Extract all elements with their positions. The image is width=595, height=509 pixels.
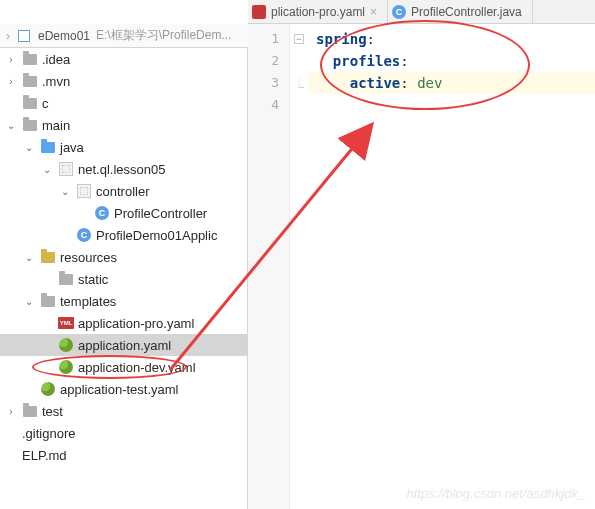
folder-icon xyxy=(23,98,37,109)
folder-icon xyxy=(23,54,37,65)
line-number: 3 xyxy=(248,72,279,94)
tree-label: test xyxy=(42,404,63,419)
chevron-right-icon: › xyxy=(6,29,10,43)
tree-label: c xyxy=(42,96,49,111)
package-icon xyxy=(77,184,91,198)
tree-label: ELP.md xyxy=(22,448,67,463)
editor-tabs: plication-pro.yaml × C ProfileController… xyxy=(248,0,595,24)
tab-label: ProfileController.java xyxy=(411,5,522,19)
tree-label: ProfileDemo01Applic xyxy=(96,228,217,243)
tree-node-gitignore[interactable]: ›.gitignore xyxy=(0,422,247,444)
tree-label: static xyxy=(78,272,108,287)
line-number: 2 xyxy=(248,50,279,72)
tree-node-package[interactable]: ⌄net.ql.lesson05 xyxy=(0,158,247,180)
tree-label: templates xyxy=(60,294,116,309)
tab-label: plication-pro.yaml xyxy=(271,5,365,19)
tree-node-main[interactable]: ⌄main xyxy=(0,114,247,136)
folder-icon xyxy=(23,120,37,131)
tree-node-profile-demo-app[interactable]: ›CProfileDemo01Applic xyxy=(0,224,247,246)
tree-label: controller xyxy=(96,184,149,199)
tree-label: net.ql.lesson05 xyxy=(78,162,165,177)
tree-label: application.yaml xyxy=(78,338,171,353)
tree-label: .mvn xyxy=(42,74,70,89)
java-class-icon: C xyxy=(95,206,109,220)
java-class-icon: C xyxy=(392,5,406,19)
yaml-key: spring xyxy=(316,31,367,47)
tree-node-test[interactable]: ›test xyxy=(0,400,247,422)
resources-folder-icon xyxy=(41,252,55,263)
tree-label: .gitignore xyxy=(22,426,75,441)
yaml-icon xyxy=(252,5,266,19)
tree-node-application-test-yaml[interactable]: ›application-test.yaml xyxy=(0,378,247,400)
spring-yaml-icon xyxy=(41,382,55,396)
yaml-file-icon: YML xyxy=(58,317,74,329)
yaml-value: dev xyxy=(417,75,442,91)
tree-node-src[interactable]: ›c xyxy=(0,92,247,114)
tree-label: application-test.yaml xyxy=(60,382,179,397)
tab-application-pro-yaml[interactable]: plication-pro.yaml × xyxy=(248,0,388,24)
tree-node-idea[interactable]: ›.idea xyxy=(0,48,247,70)
tree-node-resources[interactable]: ⌄resources xyxy=(0,246,247,268)
tree-node-mvn[interactable]: ›.mvn xyxy=(0,70,247,92)
tree-label: application-dev.yaml xyxy=(78,360,196,375)
spring-yaml-icon xyxy=(59,360,73,374)
fold-strip: − ⎿ xyxy=(290,24,308,509)
tree-node-profile-controller[interactable]: ›CProfileController xyxy=(0,202,247,224)
yaml-key: active xyxy=(350,75,401,91)
module-icon xyxy=(18,30,30,42)
close-icon[interactable]: × xyxy=(370,5,377,19)
tree-node-application-dev-yaml[interactable]: ›application-dev.yaml xyxy=(0,356,247,378)
code-area[interactable]: spring: profiles: active: dev xyxy=(308,24,595,509)
yaml-key: profiles xyxy=(333,53,400,69)
tree-label: ProfileController xyxy=(114,206,207,221)
tree-node-application-yaml[interactable]: ›application.yaml xyxy=(0,334,247,356)
tree-node-java[interactable]: ⌄java xyxy=(0,136,247,158)
line-number: 1 xyxy=(248,28,279,50)
tab-profile-controller-java[interactable]: C ProfileController.java xyxy=(388,0,533,24)
folder-icon xyxy=(23,406,37,417)
tree-label: application-pro.yaml xyxy=(78,316,194,331)
tree-label: java xyxy=(60,140,84,155)
fold-minus-icon[interactable]: − xyxy=(294,34,304,44)
breadcrumb-path: E:\框架学习\ProfileDem... xyxy=(96,27,231,44)
line-number: 4 xyxy=(248,94,279,116)
breadcrumb-root[interactable]: eDemo01 xyxy=(38,29,90,43)
tree-label: resources xyxy=(60,250,117,265)
tree-node-static[interactable]: ›static xyxy=(0,268,247,290)
folder-icon xyxy=(59,274,73,285)
java-class-icon: C xyxy=(77,228,91,242)
tree-node-help-md[interactable]: ›ELP.md xyxy=(0,444,247,466)
folder-icon xyxy=(23,76,37,87)
gutter: 1 2 3 4 xyxy=(248,24,290,509)
tree-node-controller-pkg[interactable]: ⌄controller xyxy=(0,180,247,202)
tree-label: .idea xyxy=(42,52,70,67)
tree-node-application-pro-yaml[interactable]: ›YMLapplication-pro.yaml xyxy=(0,312,247,334)
source-folder-icon xyxy=(41,142,55,153)
code-editor[interactable]: 1 2 3 4 − ⎿ spring: profiles: active: de… xyxy=(248,24,595,509)
project-tree[interactable]: ›.idea ›.mvn ›c ⌄main ⌄java ⌄net.ql.less… xyxy=(0,48,248,509)
tree-node-templates[interactable]: ⌄templates xyxy=(0,290,247,312)
package-icon xyxy=(59,162,73,176)
folder-icon xyxy=(41,296,55,307)
breadcrumb: › eDemo01 E:\框架学习\ProfileDem... xyxy=(0,24,249,48)
tree-label: main xyxy=(42,118,70,133)
spring-yaml-icon xyxy=(59,338,73,352)
fold-end-icon: ⎿ xyxy=(294,78,304,89)
